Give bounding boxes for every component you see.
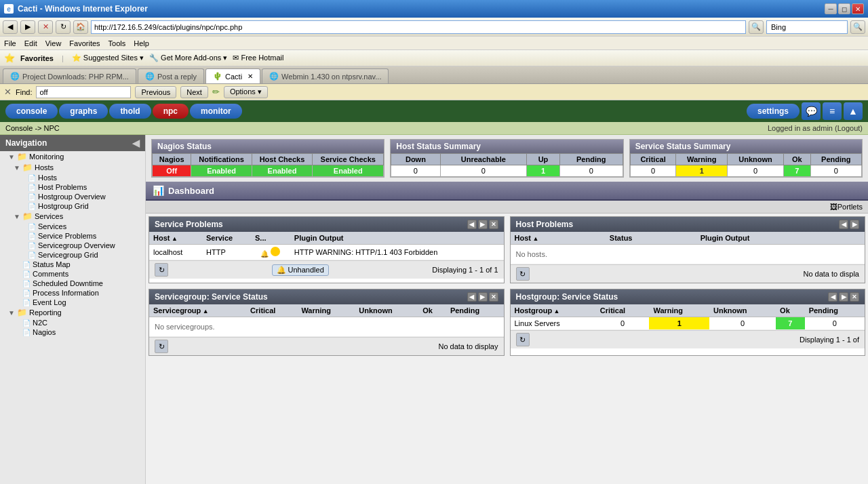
find-next-button[interactable]: Next <box>180 86 208 98</box>
home-button[interactable]: 🏠 <box>73 20 88 34</box>
hp-refresh-btn[interactable]: ↻ <box>516 267 530 281</box>
sgs-expand-btn[interactable]: ▶ <box>478 292 488 302</box>
hp-col-output[interactable]: Plugin Output <box>696 232 865 245</box>
back-button[interactable]: ◀ <box>3 20 18 34</box>
sidebar-item-hosts[interactable]: 📄 Hosts <box>16 173 145 182</box>
sidebar-item-host-problems[interactable]: 📄 Host Problems <box>16 182 145 192</box>
sgs-col-ok[interactable]: Ok <box>418 304 446 317</box>
find-options-button[interactable]: Options ▾ <box>224 86 268 98</box>
menu-favorites[interactable]: Favorites <box>69 39 100 47</box>
hgs-close-btn[interactable]: ✕ <box>850 292 859 302</box>
free-hotmail[interactable]: ✉ Free Hotmail <box>233 54 283 62</box>
hp-shrink-btn[interactable]: ◀ <box>839 220 848 229</box>
address-bar[interactable] <box>91 20 746 34</box>
sp-col-service[interactable]: Service <box>202 232 251 245</box>
bing-search[interactable]: Bing <box>766 20 848 34</box>
sgs-close-btn[interactable]: ✕ <box>489 292 498 302</box>
refresh-button[interactable]: ↻ <box>56 20 71 34</box>
chat-icon-btn[interactable]: 💬 <box>802 102 821 120</box>
sidebar-collapse-icon[interactable]: ◀ <box>132 138 140 148</box>
hgs-col-pending[interactable]: Pending <box>805 304 865 317</box>
restore-button[interactable]: ◻ <box>838 3 850 14</box>
find-input[interactable] <box>36 86 131 98</box>
sidebar-item-hostgroup-overview[interactable]: 📄 Hostgroup Overview <box>16 192 145 201</box>
hgs-col-warning[interactable]: Warning <box>649 304 709 317</box>
hgs-col-unknown[interactable]: Unknown <box>709 304 776 317</box>
sgs-shrink-btn[interactable]: ◀ <box>467 292 477 302</box>
sidebar-item-status-map[interactable]: 📄 Status Map <box>11 260 145 269</box>
sidebar-item-reporting[interactable]: ▼ 📁 Reporting <box>5 307 145 318</box>
sidebar-item-scheduled-downtime[interactable]: 📄 Scheduled Downtime <box>11 279 145 288</box>
menu-edit[interactable]: Edit <box>24 39 37 47</box>
sgs-col-pending[interactable]: Pending <box>446 304 504 317</box>
sp-shrink-btn[interactable]: ◀ <box>467 220 477 229</box>
sidebar-item-services[interactable]: 📄 Services <box>16 222 145 231</box>
sp-col-host[interactable]: Host <box>149 232 202 245</box>
minimize-button[interactable]: ─ <box>825 3 837 14</box>
window-controls[interactable]: ─ ◻ ✕ <box>825 3 864 14</box>
hgs-shrink-btn[interactable]: ◀ <box>828 292 837 302</box>
hgs-expand-btn[interactable]: ▶ <box>839 292 848 302</box>
search-button[interactable]: 🔍 <box>749 20 764 34</box>
tab-cacti-close[interactable]: ✕ <box>248 73 253 80</box>
find-previous-button[interactable]: Previous <box>135 86 176 98</box>
tab-thold[interactable]: thold <box>109 104 151 119</box>
sp-col-status[interactable]: S... <box>251 232 290 245</box>
hp-col-status[interactable]: Status <box>606 232 696 245</box>
menu-file[interactable]: File <box>4 39 16 47</box>
forward-button[interactable]: ▶ <box>20 20 35 34</box>
sidebar-item-nagios[interactable]: 📄 Nagios <box>11 327 145 337</box>
menu-help[interactable]: Help <box>134 39 149 47</box>
close-button[interactable]: ✕ <box>852 3 864 14</box>
sp-expand-btn[interactable]: ▶ <box>478 220 488 229</box>
tab-npc[interactable]: npc <box>153 104 189 119</box>
hgs-col-hostgroup[interactable]: Hostgroup <box>511 304 596 317</box>
sgs-col-warning[interactable]: Warning <box>297 304 355 317</box>
hgs-col-critical[interactable]: Critical <box>596 304 650 317</box>
hp-col-host[interactable]: Host <box>511 232 606 245</box>
tab-settings[interactable]: settings <box>747 104 800 119</box>
hp-expand-btn[interactable]: ▶ <box>850 220 859 229</box>
hgs-col-ok[interactable]: Ok <box>776 304 805 317</box>
tab-project-downloads[interactable]: 🌐Project Downloads: PHP RPM... <box>3 68 136 83</box>
sgs-refresh-btn[interactable]: ↻ <box>155 340 168 353</box>
sgs-col-unknown[interactable]: Unknown <box>355 304 418 317</box>
col-host-checks: Host Checks <box>252 154 312 165</box>
tab-monitor[interactable]: monitor <box>190 104 242 119</box>
sidebar-item-n2c[interactable]: 📄 N2C <box>11 318 145 327</box>
sp-close-btn[interactable]: ✕ <box>489 220 498 229</box>
suggested-sites[interactable]: ⭐ Suggested Sites ▾ <box>72 54 144 62</box>
tab-cacti[interactable]: 🌵Cacti ✕ <box>205 68 260 83</box>
get-more-addons[interactable]: 🔧 Get More Add-ons ▾ <box>149 54 227 62</box>
servicegroup-status-header: Servicegroup: Service Status ◀ ▶ ✕ <box>149 289 504 304</box>
sidebar-item-comments[interactable]: 📄 Comments <box>11 269 145 279</box>
sidebar-item-monitoring[interactable]: ▼ 📁 Monitoring <box>5 151 145 162</box>
sidebar-item-event-log[interactable]: 📄 Event Log <box>11 298 145 307</box>
sidebar-item-process-info[interactable]: 📄 Process Information <box>11 288 145 298</box>
sp-refresh-btn[interactable]: ↻ <box>155 263 168 277</box>
menu-view[interactable]: View <box>45 39 62 47</box>
col-pending: Pending <box>559 154 623 165</box>
sidebar-item-service-problems[interactable]: 📄 Service Problems <box>16 231 145 241</box>
sidebar-item-servicegroup-overview[interactable]: 📄 Servicegroup Overview <box>16 241 145 250</box>
tab-post-reply[interactable]: 🌐Post a reply <box>138 68 204 83</box>
hgs-refresh-btn[interactable]: ↻ <box>516 333 530 346</box>
sidebar-item-hosts-group[interactable]: ▼ 📁 Hosts <box>11 162 145 173</box>
sidebar-item-servicegroup-grid[interactable]: 📄 Servicegroup Grid <box>16 250 145 260</box>
sgs-col-servicegroup[interactable]: Servicegroup <box>149 304 246 317</box>
menu-icon-btn[interactable]: ≡ <box>823 102 842 120</box>
favorites-label[interactable]: Favorites <box>20 54 54 62</box>
sidebar-item-services-group[interactable]: ▼ 📁 Services <box>11 211 145 222</box>
tab-console[interactable]: console <box>5 104 58 119</box>
sgs-col-critical[interactable]: Critical <box>246 304 297 317</box>
tab-webmin[interactable]: 🌐Webmin 1.430 on ntpsrv.nav... <box>262 68 389 83</box>
tab-graphs[interactable]: graphs <box>59 104 108 119</box>
host-problems-title: Host Problems <box>516 220 574 229</box>
stop-button[interactable]: ✕ <box>38 20 53 34</box>
sp-col-output[interactable]: Plugin Output <box>290 232 504 245</box>
close-findbar-icon[interactable]: ✕ <box>4 87 12 97</box>
menu-tools[interactable]: Tools <box>108 39 126 47</box>
bing-search-go[interactable]: 🔍 <box>850 20 865 34</box>
landscape-icon-btn[interactable]: ▲ <box>844 102 863 120</box>
sidebar-item-hostgroup-grid[interactable]: 📄 Hostgroup Grid <box>16 201 145 211</box>
